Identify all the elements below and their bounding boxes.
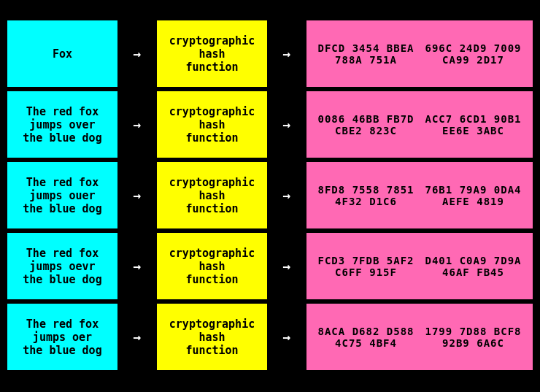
arrow1-2: → xyxy=(119,161,155,230)
arrow2-0: → xyxy=(269,19,305,88)
row-4: The red fox jumps oer the blue dog→crypt… xyxy=(6,302,534,372)
input-box-1: The red fox jumps over the blue dog xyxy=(6,90,119,159)
hash-box-4: cryptographic hash function xyxy=(155,302,269,372)
row-2: The red fox jumps ouer the blue dog→cryp… xyxy=(6,161,534,230)
output-line2-0: 696C 24D9 7009 CA99 2D17 xyxy=(420,42,527,66)
output-line1-2: 8FD8 7558 7851 4F32 D1C6 xyxy=(312,184,420,207)
output-line1-0: DFCD 3454 BBEA 788A 751A xyxy=(312,42,420,66)
arrow2-4: → xyxy=(269,302,305,372)
output-box-3: FCD3 7FDB 5AF2 C6FF 915FD401 C0A9 7D9A 4… xyxy=(305,231,534,301)
output-line2-1: ACC7 6CD1 90B1 EE6E 3ABC xyxy=(420,113,527,137)
hash-box-1: cryptographic hash function xyxy=(155,90,269,159)
row-0: Fox→cryptographic hash function→DFCD 345… xyxy=(6,19,534,88)
arrow1-3: → xyxy=(119,231,155,301)
hash-box-2: cryptographic hash function xyxy=(155,161,269,230)
row-1: The red fox jumps over the blue dog→cryp… xyxy=(6,90,534,159)
output-line1-1: 0086 46BB FB7D CBE2 823C xyxy=(312,113,420,137)
output-line1-4: 8ACA D682 D588 4C75 4BF4 xyxy=(312,326,420,349)
output-box-1: 0086 46BB FB7D CBE2 823CACC7 6CD1 90B1 E… xyxy=(305,90,534,159)
input-box-4: The red fox jumps oer the blue dog xyxy=(6,302,119,372)
arrow2-2: → xyxy=(269,161,305,230)
arrow1-0: → xyxy=(119,19,155,88)
output-line2-2: 76B1 79A9 0DA4 AEFE 4819 xyxy=(420,184,527,207)
hash-box-0: cryptographic hash function xyxy=(155,19,269,88)
output-box-0: DFCD 3454 BBEA 788A 751A696C 24D9 7009 C… xyxy=(305,19,534,88)
output-line2-3: D401 C0A9 7D9A 46AF FB45 xyxy=(420,255,527,278)
output-line2-4: 1799 7D88 BCF8 92B9 6A6C xyxy=(420,326,527,349)
input-box-3: The red fox jumps oevr the blue dog xyxy=(6,231,119,301)
input-box-2: The red fox jumps ouer the blue dog xyxy=(6,161,119,230)
arrow2-3: → xyxy=(269,231,305,301)
output-box-4: 8ACA D682 D588 4C75 4BF41799 7D88 BCF8 9… xyxy=(305,302,534,372)
arrow2-1: → xyxy=(269,90,305,159)
input-box-0: Fox xyxy=(6,19,119,88)
arrow1-4: → xyxy=(119,302,155,372)
output-line1-3: FCD3 7FDB 5AF2 C6FF 915F xyxy=(312,255,420,278)
row-3: The red fox jumps oevr the blue dog→cryp… xyxy=(6,231,534,301)
hash-box-3: cryptographic hash function xyxy=(155,231,269,301)
main-container: Fox→cryptographic hash function→DFCD 345… xyxy=(0,13,540,379)
arrow1-1: → xyxy=(119,90,155,159)
output-box-2: 8FD8 7558 7851 4F32 D1C676B1 79A9 0DA4 A… xyxy=(305,161,534,230)
